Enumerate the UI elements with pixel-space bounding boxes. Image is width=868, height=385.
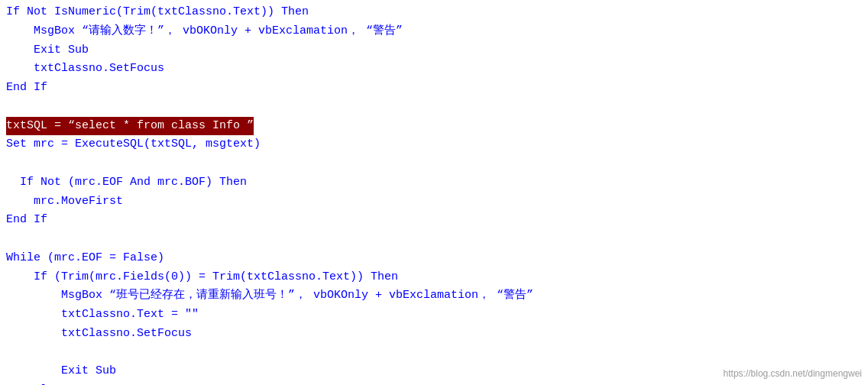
code-line-10: If Not (mrc.EOF And mrc.BOF) Then: [6, 173, 862, 192]
code-line-7-highlighted: txtSQL = “select * from class Info ”: [6, 117, 862, 136]
code-line-12: End If: [6, 211, 862, 230]
code-editor: If Not IsNumeric(Trim(txtClassno.Text)) …: [0, 0, 868, 385]
code-line-14: While (mrc.EOF = False): [6, 249, 862, 268]
code-line-4: txtClassno.SetFocus: [6, 60, 862, 79]
code-line-9: [6, 154, 862, 173]
code-line-5: End If: [6, 79, 862, 98]
code-line-2: MsgBox “请输入数字！”， vbOKOnly + vbExclamatio…: [6, 22, 862, 41]
code-line-19: [6, 344, 862, 363]
code-line-13: [6, 230, 862, 249]
code-line-17: txtClassno.Text = "": [6, 306, 862, 325]
code-line-18: txtClassno.SetFocus: [6, 325, 862, 344]
code-line-6: [6, 98, 862, 117]
code-line-1: If Not IsNumeric(Trim(txtClassno.Text)) …: [6, 3, 862, 22]
code-line-21: Else: [6, 381, 862, 385]
watermark: https://blog.csdn.net/dingmengwei: [724, 368, 862, 379]
code-line-3: Exit Sub: [6, 41, 862, 60]
code-line-15: If (Trim(mrc.Fields(0)) = Trim(txtClassn…: [6, 268, 862, 287]
code-line-16: MsgBox “班号已经存在，请重新输入班号！”， vbOKOnly + vbE…: [6, 286, 862, 306]
code-line-8: Set mrc = ExecuteSQL(txtSQL, msgtext): [6, 135, 862, 154]
code-line-11: mrc.MoveFirst: [6, 192, 862, 212]
